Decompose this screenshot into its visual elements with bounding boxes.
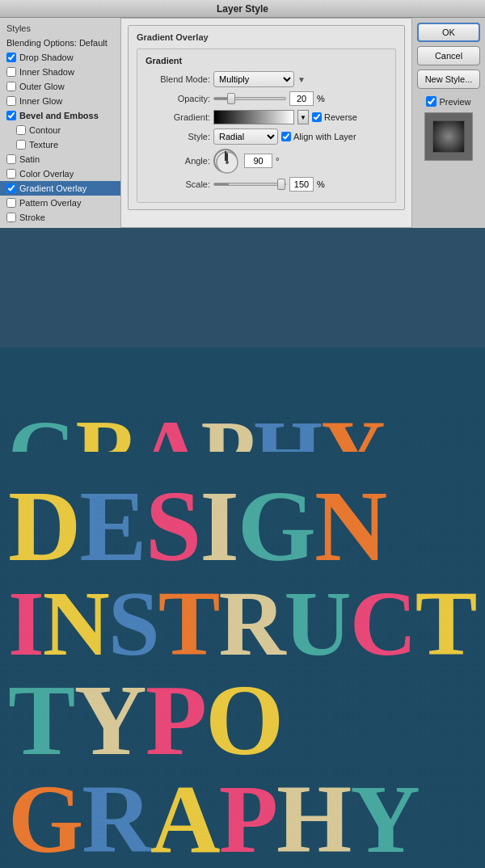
- contour-label: Contour: [29, 125, 61, 135]
- gradient-overlay-section: Gradient Overlay Gradient Blend Mode: Mu…: [128, 25, 405, 210]
- preview-checkbox[interactable]: [426, 96, 436, 107]
- scale-row: Scale: %: [146, 177, 387, 192]
- scale-suffix: %: [317, 179, 325, 189]
- blend-mode-dropdown-arrow: ▼: [297, 75, 306, 84]
- scale-label: Scale:: [146, 179, 210, 189]
- texture-label: Texture: [29, 140, 58, 150]
- style-label: Style:: [146, 132, 210, 141]
- color-overlay-checkbox[interactable]: [6, 169, 16, 179]
- satin-label: Satin: [19, 154, 40, 164]
- sidebar-item-inner-shadow[interactable]: Inner Shadow: [0, 65, 120, 79]
- line-design: DESIGN: [0, 476, 485, 577]
- svg-point-2: [226, 161, 229, 164]
- angle-row: Angle: °: [146, 149, 387, 173]
- sidebar-item-stroke[interactable]: Stroke: [0, 210, 120, 225]
- sidebar-item-outer-glow[interactable]: Outer Glow: [0, 79, 120, 94]
- reverse-label: Reverse: [324, 112, 357, 122]
- preview-inner: [432, 120, 465, 153]
- angle-label: Angle:: [146, 156, 210, 166]
- dialog-title: Layer Style: [217, 3, 268, 15]
- style-row: Style: Radial Linear Angle Reflected Dia…: [146, 129, 387, 145]
- color-overlay-label: Color Overlay: [19, 169, 74, 179]
- contour-checkbox[interactable]: [16, 125, 26, 135]
- sidebar-item-drop-shadow[interactable]: Drop Shadow: [0, 50, 120, 65]
- sidebar-item-contour[interactable]: Contour: [0, 123, 120, 137]
- sidebar-item-gradient-overlay[interactable]: Gradient Overlay: [0, 181, 120, 196]
- blending-label: Blending Options: Default: [6, 38, 108, 48]
- opacity-suffix: %: [317, 94, 325, 103]
- angle-input[interactable]: [244, 154, 272, 168]
- style-select[interactable]: Radial Linear Angle Reflected Diamond: [213, 129, 278, 145]
- inner-section-title: Gradient: [146, 56, 387, 65]
- sidebar-item-bevel-emboss[interactable]: Bevel and Emboss: [0, 108, 120, 123]
- preview-label-text: Preview: [439, 97, 470, 107]
- bg-typography-area: GRAPHY DESIGN INSTRUCT TYPO GRAPHY: [0, 348, 485, 868]
- panel-header: Styles: [0, 21, 120, 36]
- sidebar-item-inner-glow[interactable]: Inner Glow: [0, 94, 120, 108]
- gradient-bar[interactable]: [213, 110, 294, 124]
- blend-mode-row: Blend Mode: Multiply Normal Screen Overl…: [146, 71, 387, 87]
- right-panel: OK Cancel New Style... Preview: [412, 18, 485, 228]
- preview-box: [424, 112, 473, 161]
- left-panel: Styles Blending Options: Default Drop Sh…: [0, 18, 121, 228]
- title-bar: Layer Style: [0, 0, 485, 18]
- bevel-emboss-label: Bevel and Emboss: [19, 111, 99, 120]
- outer-glow-label: Outer Glow: [19, 82, 65, 91]
- outer-glow-checkbox[interactable]: [6, 82, 16, 91]
- line-graphy: GRAPHY: [0, 771, 485, 868]
- sidebar-item-blending[interactable]: Blending Options: Default: [0, 36, 120, 50]
- opacity-label: Opacity:: [146, 94, 210, 103]
- gradient-overlay-checkbox[interactable]: [6, 183, 16, 193]
- drop-shadow-checkbox[interactable]: [6, 53, 16, 62]
- inner-glow-checkbox[interactable]: [6, 96, 16, 106]
- align-label: Align with Layer: [293, 132, 356, 141]
- preview-label-wrap: Preview: [426, 96, 470, 107]
- stroke-label: Stroke: [19, 213, 45, 222]
- cancel-button[interactable]: Cancel: [417, 46, 480, 65]
- line-typo: TYPO: [0, 670, 485, 771]
- line-instruct: INSTRUCT: [0, 577, 485, 670]
- gradient-row: Gradient: ▼ Reverse: [146, 110, 387, 124]
- reverse-checkbox[interactable]: [312, 112, 322, 122]
- scale-slider[interactable]: [213, 183, 286, 186]
- align-checkbox[interactable]: [281, 132, 291, 141]
- drop-shadow-label: Drop Shadow: [19, 53, 74, 62]
- opacity-slider[interactable]: [213, 97, 286, 100]
- angle-dial[interactable]: [213, 149, 238, 173]
- texture-checkbox[interactable]: [16, 140, 26, 150]
- pattern-overlay-label: Pattern Overlay: [19, 198, 81, 208]
- gradient-label: Gradient:: [146, 112, 210, 122]
- center-panel: Gradient Overlay Gradient Blend Mode: Mu…: [121, 18, 412, 228]
- new-style-button[interactable]: New Style...: [417, 70, 480, 89]
- sidebar-item-texture[interactable]: Texture: [0, 137, 120, 152]
- opacity-input[interactable]: [289, 91, 314, 106]
- bevel-emboss-checkbox[interactable]: [6, 111, 16, 120]
- sidebar-item-satin[interactable]: Satin: [0, 152, 120, 166]
- reverse-wrap: Reverse: [312, 112, 357, 122]
- partial-line: GRAPHY: [0, 407, 485, 452]
- sidebar-item-color-overlay[interactable]: Color Overlay: [0, 166, 120, 181]
- scale-input[interactable]: [289, 177, 314, 192]
- inner-shadow-label: Inner Shadow: [19, 67, 74, 77]
- stroke-checkbox[interactable]: [6, 213, 16, 222]
- pattern-overlay-checkbox[interactable]: [6, 198, 16, 208]
- gradient-dropdown-btn[interactable]: ▼: [297, 110, 309, 124]
- outer-section-title: Gradient Overlay: [137, 32, 396, 42]
- dialog-body: Styles Blending Options: Default Drop Sh…: [0, 18, 485, 228]
- sidebar-item-pattern-overlay[interactable]: Pattern Overlay: [0, 196, 120, 210]
- blend-mode-label: Blend Mode:: [146, 74, 210, 84]
- inner-glow-label: Inner Glow: [19, 96, 62, 106]
- satin-checkbox[interactable]: [6, 154, 16, 164]
- blend-mode-select[interactable]: Multiply Normal Screen Overlay: [213, 71, 294, 87]
- opacity-row: Opacity: %: [146, 91, 387, 106]
- inner-shadow-checkbox[interactable]: [6, 67, 16, 77]
- angle-suffix: °: [276, 156, 279, 166]
- ok-button[interactable]: OK: [417, 23, 480, 42]
- gradient-inner-section: Gradient Blend Mode: Multiply Normal Scr…: [137, 48, 396, 203]
- align-wrap: Align with Layer: [281, 132, 356, 141]
- gradient-overlay-label: Gradient Overlay: [19, 183, 86, 193]
